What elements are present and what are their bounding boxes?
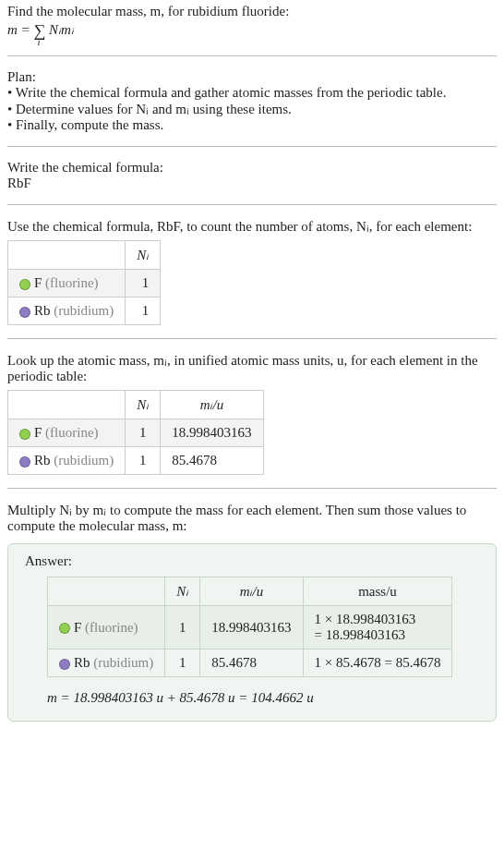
answer-table: Nᵢ mᵢ/u mass/u F (fluorine) 1 18.9984031… bbox=[47, 577, 452, 677]
element-cell: Rb (rubidium) bbox=[48, 650, 165, 677]
element-cell: F (fluorine) bbox=[48, 606, 165, 650]
ni-header-text: Nᵢ bbox=[176, 584, 188, 599]
table-row: F (fluorine) 1 bbox=[8, 270, 161, 298]
rubidium-dot-icon bbox=[19, 307, 30, 318]
ni-cell: 1 bbox=[165, 650, 200, 677]
plan-step-1: • Write the chemical formula and gather … bbox=[7, 85, 497, 101]
ni-cell: 1 bbox=[126, 447, 161, 475]
element-symbol: Rb bbox=[34, 303, 51, 318]
mass-header: mass/u bbox=[303, 577, 452, 606]
table-row: Rb (rubidium) 1 85.4678 bbox=[8, 447, 264, 475]
ni-cell: 1 bbox=[126, 419, 161, 447]
element-name: (rubidium) bbox=[54, 303, 114, 318]
element-name: (fluorine) bbox=[45, 275, 98, 290]
plan-heading: Plan: bbox=[7, 69, 497, 85]
table-row: F (fluorine) 1 18.998403163 1 × 18.99840… bbox=[48, 606, 452, 650]
element-symbol: F bbox=[34, 275, 42, 290]
rubidium-dot-icon bbox=[19, 456, 30, 468]
compute-heading: Multiply Nᵢ by mᵢ to compute the mass fo… bbox=[7, 502, 497, 534]
mi-cell: 18.998403163 bbox=[200, 606, 303, 650]
mi-cell: 18.998403163 bbox=[161, 419, 263, 447]
blank-header bbox=[48, 577, 165, 606]
formula-nimi: Nᵢmᵢ bbox=[45, 22, 74, 37]
element-name: (fluorine) bbox=[85, 620, 138, 635]
plan-step-2: • Determine values for Nᵢ and mᵢ using t… bbox=[7, 101, 497, 117]
element-cell: F (fluorine) bbox=[8, 270, 126, 298]
ni-header: Nᵢ bbox=[165, 577, 200, 606]
element-name: (rubidium) bbox=[93, 655, 153, 670]
mi-header: mᵢ/u bbox=[200, 577, 303, 606]
compute-section: Multiply Nᵢ by mᵢ to compute the mass fo… bbox=[7, 502, 497, 534]
answer-result: m = 18.998403163 u + 85.4678 u = 104.466… bbox=[47, 690, 479, 706]
table-header-row: Nᵢ mᵢ/u bbox=[8, 391, 264, 419]
blank-header bbox=[8, 241, 126, 270]
ni-cell: 1 bbox=[165, 606, 200, 650]
ni-header-text: Nᵢ bbox=[137, 248, 149, 262]
element-symbol: F bbox=[74, 620, 81, 635]
ni-header: Nᵢ bbox=[126, 391, 161, 419]
table-header-row: Nᵢ bbox=[8, 241, 161, 270]
plan-section: Plan: • Write the chemical formula and g… bbox=[7, 69, 497, 147]
mi-cell: 85.4678 bbox=[200, 650, 303, 677]
ni-header-text: Nᵢ bbox=[137, 397, 149, 412]
intro-prompt-text: Find the molecular mass, m, for rubidium… bbox=[7, 4, 289, 18]
mass-line1: 1 × 18.998403163 bbox=[315, 612, 416, 626]
mass-line2: = 18.998403163 bbox=[315, 627, 405, 642]
atomic-mass-section: Look up the atomic mass, mᵢ, in unified … bbox=[7, 352, 497, 489]
mi-header: mᵢ/u bbox=[161, 391, 263, 419]
element-cell: F (fluorine) bbox=[8, 419, 126, 447]
element-symbol: F bbox=[34, 425, 42, 440]
intro-formula: m = ∑i Nᵢmᵢ bbox=[7, 21, 497, 41]
element-cell: Rb (rubidium) bbox=[8, 447, 126, 475]
intro-section: Find the molecular mass, m, for rubidium… bbox=[7, 4, 497, 56]
intro-prompt: Find the molecular mass, m, for rubidium… bbox=[7, 4, 497, 19]
element-cell: Rb (rubidium) bbox=[8, 298, 126, 325]
chemical-formula: RbF bbox=[7, 176, 497, 191]
table-header-row: Nᵢ mᵢ/u mass/u bbox=[48, 577, 452, 606]
element-symbol: Rb bbox=[74, 655, 90, 670]
write-formula-heading: Write the chemical formula: bbox=[7, 160, 497, 176]
mass-cell: 1 × 85.4678 = 85.4678 bbox=[303, 650, 452, 677]
sigma-sub: i bbox=[37, 36, 40, 47]
ni-header: Nᵢ bbox=[126, 241, 161, 270]
fluorine-dot-icon bbox=[19, 429, 30, 440]
mass-line1: 1 × 85.4678 = 85.4678 bbox=[315, 655, 441, 670]
mass-cell: 1 × 18.998403163= 18.998403163 bbox=[303, 606, 452, 650]
table-row: Rb (rubidium) 1 bbox=[8, 298, 161, 325]
blank-header bbox=[8, 391, 126, 419]
formula-m-equals: m = bbox=[7, 22, 33, 37]
atomic-mass-table: Nᵢ mᵢ/u F (fluorine) 1 18.998403163 Rb (… bbox=[7, 390, 264, 475]
ni-cell: 1 bbox=[126, 270, 161, 298]
element-name: (rubidium) bbox=[54, 453, 114, 468]
write-formula-section: Write the chemical formula: RbF bbox=[7, 160, 497, 205]
fluorine-dot-icon bbox=[19, 279, 30, 290]
answer-box: Answer: Nᵢ mᵢ/u mass/u F (fluorine) 1 18… bbox=[7, 543, 497, 722]
answer-label: Answer: bbox=[25, 553, 479, 569]
plan-step-3: • Finally, compute the mass. bbox=[7, 117, 497, 133]
answer-result-text: m = 18.998403163 u + 85.4678 u = 104.466… bbox=[47, 690, 314, 705]
table-row: F (fluorine) 1 18.998403163 bbox=[8, 419, 264, 447]
sigma-stack: ∑i bbox=[33, 21, 45, 41]
mi-header-text: mᵢ/u bbox=[240, 584, 264, 599]
table-row: Rb (rubidium) 1 85.4678 1 × 85.4678 = 85… bbox=[48, 650, 452, 677]
atomic-mass-heading: Look up the atomic mass, mᵢ, in unified … bbox=[7, 352, 497, 384]
ni-cell: 1 bbox=[126, 298, 161, 325]
count-atoms-heading: Use the chemical formula, RbF, to count … bbox=[7, 218, 497, 235]
mi-cell: 85.4678 bbox=[161, 447, 263, 475]
element-name: (fluorine) bbox=[45, 425, 98, 440]
fluorine-dot-icon bbox=[59, 623, 70, 634]
mass-header-text: mass/u bbox=[358, 584, 397, 599]
mi-header-text: mᵢ/u bbox=[200, 397, 224, 412]
element-symbol: Rb bbox=[34, 453, 51, 468]
count-atoms-table: Nᵢ F (fluorine) 1 Rb (rubidium) 1 bbox=[7, 240, 161, 325]
rubidium-dot-icon bbox=[59, 659, 70, 670]
count-atoms-section: Use the chemical formula, RbF, to count … bbox=[7, 218, 497, 339]
